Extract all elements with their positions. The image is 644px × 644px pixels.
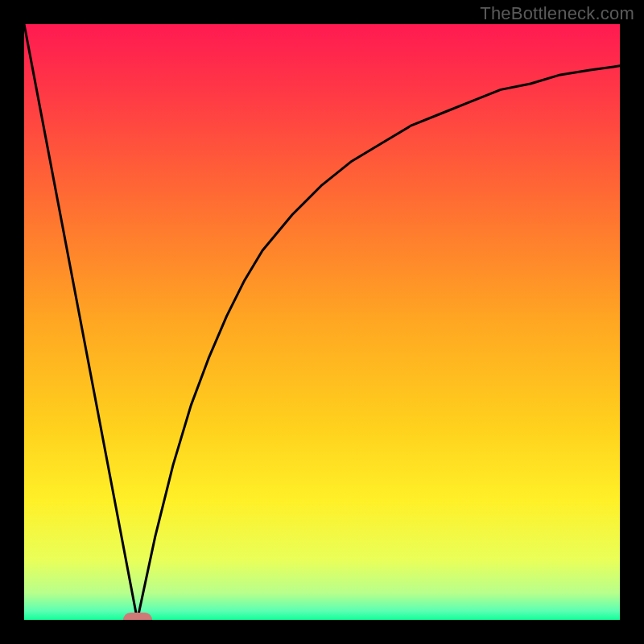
chart-frame: TheBottleneck.com <box>0 0 644 644</box>
watermark-text: TheBottleneck.com <box>480 3 634 24</box>
bottleneck-curve <box>24 24 620 620</box>
curve-layer <box>24 24 620 620</box>
optimum-marker <box>123 613 152 620</box>
plot-area <box>24 24 620 620</box>
